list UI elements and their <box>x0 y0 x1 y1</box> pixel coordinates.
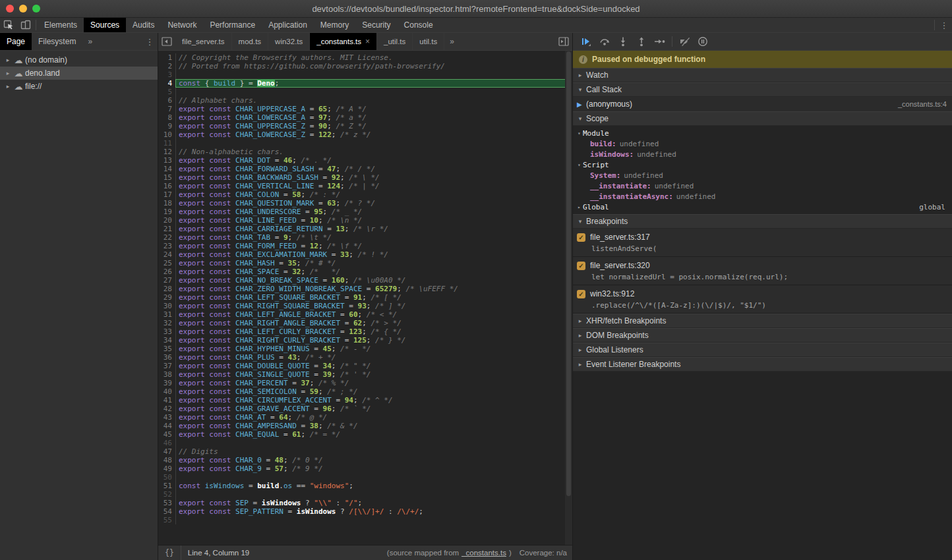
line-number[interactable]: 10 <box>158 130 176 139</box>
code-line[interactable]: 54export const SEP_PATTERN = isWindows ?… <box>158 507 565 516</box>
line-number[interactable]: 37 <box>158 362 176 370</box>
code-line[interactable]: 26export const CHAR_SPACE = 32; /* */ <box>158 267 565 276</box>
line-number[interactable]: 35 <box>158 345 176 353</box>
section-watch[interactable]: ▸ Watch <box>573 68 952 82</box>
line-number[interactable]: 42 <box>158 405 176 413</box>
line-number[interactable]: 43 <box>158 413 176 422</box>
pretty-print-button[interactable]: {} <box>158 546 181 560</box>
code-line[interactable]: 4const { build } = Deno; <box>158 79 565 88</box>
line-number[interactable]: 55 <box>158 516 176 524</box>
line-number[interactable]: 29 <box>158 293 176 302</box>
editor-tab[interactable]: _util.ts <box>377 33 413 50</box>
show-debugger-sidebar-icon[interactable] <box>555 33 572 50</box>
code-line[interactable]: 48export const CHAR_0 = 48; /* 0 */ <box>158 456 565 464</box>
section-breakpoints[interactable]: ▾ Breakpoints <box>573 214 952 229</box>
code-line[interactable]: 2// Ported from https://github.com/brows… <box>158 62 565 70</box>
code-line[interactable]: 30export const CHAR_RIGHT_SQUARE_BRACKET… <box>158 302 565 310</box>
code-line[interactable]: 29export const CHAR_LEFT_SQUARE_BRACKET … <box>158 293 565 302</box>
code-line[interactable]: 55 <box>158 516 565 524</box>
line-number[interactable]: 47 <box>158 447 176 456</box>
line-number[interactable]: 25 <box>158 259 176 267</box>
source-map-link[interactable]: _constants.ts <box>461 549 506 557</box>
line-number[interactable]: 45 <box>158 430 176 439</box>
line-number[interactable]: 49 <box>158 464 176 473</box>
line-number[interactable]: 53 <box>158 499 176 507</box>
code-line[interactable]: 3 <box>158 70 565 79</box>
line-number[interactable]: 18 <box>158 199 176 208</box>
line-number[interactable]: 44 <box>158 422 176 430</box>
line-number[interactable]: 11 <box>158 139 176 148</box>
section-global-listeners[interactable]: ▸Global Listeners <box>573 343 952 357</box>
code-line[interactable]: 49export const CHAR_9 = 57; /* 9 */ <box>158 464 565 473</box>
step-into-button[interactable] <box>615 34 631 49</box>
code-line[interactable]: 53export const SEP = isWindows ? "\\" : … <box>158 499 565 507</box>
line-number[interactable]: 7 <box>158 105 176 113</box>
line-number[interactable]: 41 <box>158 396 176 405</box>
line-number[interactable]: 3 <box>158 70 176 79</box>
inspect-element-icon[interactable] <box>0 18 17 32</box>
code-line[interactable]: 24export const CHAR_EXCLAMATION_MARK = 3… <box>158 250 565 259</box>
section-scope[interactable]: ▾ Scope <box>573 111 952 126</box>
code-line[interactable]: 25export const CHAR_HASH = 35; /* # */ <box>158 259 565 267</box>
line-number[interactable]: 8 <box>158 113 176 122</box>
line-number[interactable]: 6 <box>158 96 176 105</box>
tab-performance[interactable]: Performance <box>203 18 262 32</box>
code-line[interactable]: 21export const CHAR_CARRIAGE_RETURN = 13… <box>158 225 565 233</box>
scope-section-header[interactable]: ▸Globalglobal <box>573 202 952 212</box>
tab-console[interactable]: Console <box>398 18 440 32</box>
line-number[interactable]: 22 <box>158 233 176 242</box>
line-number[interactable]: 20 <box>158 216 176 225</box>
tab-page[interactable]: Page <box>0 33 32 50</box>
tree-item[interactable]: ▸☁deno.land <box>0 67 158 80</box>
line-number[interactable]: 4 <box>158 79 176 88</box>
line-number[interactable]: 14 <box>158 165 176 173</box>
line-number[interactable]: 1 <box>158 53 176 62</box>
line-number[interactable]: 28 <box>158 285 176 293</box>
editor-scrollbar[interactable] <box>565 51 572 545</box>
line-number[interactable]: 34 <box>158 336 176 345</box>
code-line[interactable]: 51const isWindows = build.os == "windows… <box>158 482 565 490</box>
code-line[interactable]: 7export const CHAR_UPPERCASE_A = 65; /* … <box>158 105 565 113</box>
code-line[interactable]: 19export const CHAR_UNDERSCORE = 95; /* … <box>158 208 565 216</box>
scope-property[interactable]: build:undefined <box>573 138 952 149</box>
code-line[interactable]: 14export const CHAR_FORWARD_SLASH = 47; … <box>158 165 565 173</box>
line-number[interactable]: 21 <box>158 225 176 233</box>
scope-property[interactable]: __instantiate:undefined <box>573 181 952 191</box>
line-number[interactable]: 40 <box>158 387 176 396</box>
line-number[interactable]: 32 <box>158 319 176 327</box>
line-number[interactable]: 31 <box>158 310 176 319</box>
section-xhr-fetch-breakpoints[interactable]: ▸XHR/fetch Breakpoints <box>573 314 952 328</box>
breakpoint-checkbox[interactable]: ✓ <box>577 290 585 298</box>
device-toolbar-icon[interactable] <box>17 18 34 32</box>
code-line[interactable]: 17export const CHAR_COLON = 58; /* : */ <box>158 190 565 199</box>
section-event-listener-breakpoints[interactable]: ▸Event Listener Breakpoints <box>573 357 952 372</box>
tab-audits[interactable]: Audits <box>126 18 161 32</box>
tab-elements[interactable]: Elements <box>38 18 84 32</box>
code-line[interactable]: 39export const CHAR_PERCENT = 37; /* % *… <box>158 379 565 387</box>
code-line[interactable]: 11 <box>158 139 565 148</box>
code-line[interactable]: 9export const CHAR_UPPERCASE_Z = 90; /* … <box>158 122 565 130</box>
frame-location[interactable]: _constants.ts:4 <box>898 100 947 108</box>
code-line[interactable]: 36export const CHAR_PLUS = 43; /* + */ <box>158 353 565 362</box>
code-line[interactable]: 44export const CHAR_AMPERSAND = 38; /* &… <box>158 422 565 430</box>
breakpoint-item[interactable]: ✓win32.ts:912.replace(/^\/*([A-Za-z]:)(\… <box>573 285 952 314</box>
code-line[interactable]: 52 <box>158 490 565 499</box>
line-number[interactable]: 52 <box>158 490 176 499</box>
line-number[interactable]: 13 <box>158 156 176 165</box>
code-line[interactable]: 6// Alphabet chars. <box>158 96 565 105</box>
code-line[interactable]: 43export const CHAR_AT = 64; /* @ */ <box>158 413 565 422</box>
tab-security[interactable]: Security <box>355 18 397 32</box>
code-line[interactable]: 16export const CHAR_VERTICAL_LINE = 124;… <box>158 182 565 190</box>
scope-section-header[interactable]: ▾Script <box>573 159 952 170</box>
code-line[interactable]: 34export const CHAR_RIGHT_CURLY_BRACKET … <box>158 336 565 345</box>
code-line[interactable]: 41export const CHAR_CIRCUMFLEX_ACCENT = … <box>158 396 565 405</box>
deactivate-breakpoints-icon[interactable] <box>676 34 692 49</box>
code-line[interactable]: 28export const CHAR_ZERO_WIDTH_NOBREAK_S… <box>158 285 565 293</box>
code-line[interactable]: 5 <box>158 88 565 96</box>
code-line[interactable]: 27export const CHAR_NO_BREAK_SPACE = 160… <box>158 276 565 285</box>
code-line[interactable]: 32export const CHAR_RIGHT_ANGLE_BRACKET … <box>158 319 565 327</box>
code-line[interactable]: 42export const CHAR_GRAVE_ACCENT = 96; /… <box>158 405 565 413</box>
tab-application[interactable]: Application <box>262 18 314 32</box>
code-line[interactable]: 1// Copyright the Browserify authors. MI… <box>158 53 565 62</box>
breakpoint-item[interactable]: ✓file_server.ts:317listenAndServe( <box>573 229 952 257</box>
